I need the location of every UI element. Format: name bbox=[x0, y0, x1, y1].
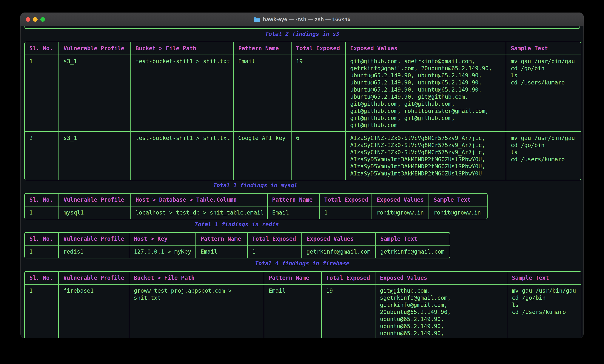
section-title-s3: Total 2 findings in s3 bbox=[24, 30, 580, 38]
column-header: Total Exposed bbox=[247, 233, 302, 246]
s3-findings-section: Total 2 findings in s3 Sl. No. Vulnerabl… bbox=[24, 30, 583, 180]
redis-findings-section: Total 1 findings in redis Sl. No. Vulner… bbox=[24, 221, 583, 258]
column-header: Vulnerable Profile bbox=[58, 272, 129, 285]
column-header: Vulnerable Profile bbox=[58, 233, 129, 246]
mysql-findings-section: Total 1 findings in mysql Sl. No. Vulner… bbox=[24, 182, 583, 219]
mysql-findings-table: Sl. No. Vulnerable Profile Host > Databa… bbox=[24, 193, 488, 219]
column-header: Total Exposed bbox=[321, 272, 375, 285]
column-header: Sl. No. bbox=[25, 272, 58, 285]
close-button[interactable] bbox=[26, 17, 30, 22]
zoom-button[interactable] bbox=[40, 17, 45, 22]
redis-findings-table: Sl. No. Vulnerable Profile Host > Key Pa… bbox=[24, 232, 450, 258]
table-cell: mysql1 bbox=[59, 206, 130, 219]
table-cell: getrkinfo@gmail.com bbox=[302, 246, 375, 258]
table-cell: groww-test-proj.appspot.com > shit.txt bbox=[129, 285, 264, 338]
table-cell: localhost > test_db > shit_table.email bbox=[130, 206, 267, 219]
column-header: Sl. No. bbox=[25, 42, 59, 55]
section-title-firebase: Total 4 findings in firebase bbox=[24, 260, 580, 267]
column-header: Host > Key bbox=[129, 233, 195, 246]
table-cell: Email bbox=[264, 285, 321, 338]
traffic-lights bbox=[26, 13, 45, 26]
table-cell: Email bbox=[233, 55, 291, 131]
column-header: Sl. No. bbox=[25, 233, 58, 246]
table-cell: Email bbox=[267, 206, 319, 219]
table-cell: s3_1 bbox=[59, 55, 130, 131]
table-cell: s3_1 bbox=[59, 131, 130, 180]
column-header: Total Exposed bbox=[291, 42, 345, 55]
column-header: Sample Text bbox=[507, 272, 581, 285]
window-title: hawk-eye — -zsh — zsh — 166×46 bbox=[254, 16, 351, 22]
table-cell: rohit@groww.in bbox=[372, 206, 428, 219]
table-row: 2 s3_1 test-bucket-shit1 > shit.txt Goog… bbox=[25, 131, 581, 180]
table-header-row: Sl. No. Vulnerable Profile Host > Key Pa… bbox=[25, 233, 450, 246]
table-cell: getrkinfo@gmail.com bbox=[375, 246, 450, 258]
table-cell: rohit@groww.in bbox=[428, 206, 487, 219]
table-cell: 1 bbox=[319, 206, 372, 219]
column-header: Pattern Name bbox=[267, 194, 319, 206]
terminal-content: Total 2 findings in s3 Sl. No. Vulnerabl… bbox=[21, 26, 583, 338]
column-header: Pattern Name bbox=[195, 233, 247, 246]
table-cell: git@github.com, sgetrkinfo@gmail.com, ge… bbox=[375, 285, 507, 338]
s3-findings-table: Sl. No. Vulnerable Profile Bucket > File… bbox=[24, 42, 581, 180]
table-cell: 127.0.0.1 > myKey bbox=[129, 246, 195, 258]
terminal-window: hawk-eye — -zsh — zsh — 166×46 Total 2 f… bbox=[21, 13, 583, 338]
table-cell: 1 bbox=[25, 246, 58, 258]
table-cell: 6 bbox=[291, 131, 345, 180]
table-cell: 2 bbox=[25, 131, 59, 180]
table-cell: 19 bbox=[291, 55, 345, 131]
table-cell: Email bbox=[195, 246, 247, 258]
window-titlebar[interactable]: hawk-eye — -zsh — zsh — 166×46 bbox=[21, 13, 583, 26]
table-cell: firebase1 bbox=[58, 285, 129, 338]
table-row: 1 firebase1 groww-test-proj.appspot.com … bbox=[25, 285, 581, 338]
table-cell: mv gau /usr/bin/gau cd /go/bin ls cd /Us… bbox=[506, 131, 581, 180]
table-row: 1 mysql1 localhost > test_db > shit_tabl… bbox=[25, 206, 487, 219]
previous-table-partial-border bbox=[25, 26, 580, 29]
table-cell: 1 bbox=[25, 206, 59, 219]
table-row: 1 s3_1 test-bucket-shit1 > shit.txt Emai… bbox=[25, 55, 581, 131]
column-header: Exposed Values bbox=[345, 42, 506, 55]
table-cell: mv gau /usr/bin/gau cd /go/bin ls cd /Us… bbox=[506, 55, 581, 131]
column-header: Sample Text bbox=[428, 194, 487, 206]
table-cell: 1 bbox=[247, 246, 302, 258]
column-header: Pattern Name bbox=[264, 272, 321, 285]
column-header: Sample Text bbox=[506, 42, 581, 55]
table-cell: redis1 bbox=[58, 246, 129, 258]
table-cell: 1 bbox=[25, 55, 59, 131]
folder-icon bbox=[254, 17, 260, 22]
table-cell: 1 bbox=[25, 285, 58, 338]
column-header: Bucket > File Path bbox=[129, 272, 264, 285]
table-cell: AIzaSyCfNZ-IZx0-SlVcVg8MCr575zv9_Ar7jLc,… bbox=[345, 131, 506, 180]
column-header: Host > Database > Table.Column bbox=[130, 194, 267, 206]
firebase-findings-section: Total 4 findings in firebase Sl. No. Vul… bbox=[24, 260, 583, 338]
column-header: Vulnerable Profile bbox=[59, 194, 130, 206]
table-cell: mv gau /usr/bin/gau cd /go/bin ls cd /Us… bbox=[507, 285, 581, 338]
table-header-row: Sl. No. Vulnerable Profile Bucket > File… bbox=[25, 272, 581, 285]
table-cell: test-bucket-shit1 > shit.txt bbox=[130, 55, 233, 131]
column-header: Total Exposed bbox=[319, 194, 372, 206]
table-cell: git@github.com, sgetrkinfo@gmail.com, ge… bbox=[345, 55, 506, 131]
column-header: Exposed Values bbox=[302, 233, 375, 246]
column-header: Bucket > File Path bbox=[130, 42, 233, 55]
table-cell: Google API key bbox=[233, 131, 291, 180]
minimize-button[interactable] bbox=[33, 17, 38, 22]
table-cell: 19 bbox=[321, 285, 375, 338]
section-title-mysql: Total 1 findings in mysql bbox=[24, 182, 486, 189]
column-header: Sample Text bbox=[375, 233, 450, 246]
section-title-redis: Total 1 findings in redis bbox=[24, 221, 449, 228]
table-header-row: Sl. No. Vulnerable Profile Bucket > File… bbox=[25, 42, 581, 55]
column-header: Sl. No. bbox=[25, 194, 59, 206]
table-header-row: Sl. No. Vulnerable Profile Host > Databa… bbox=[25, 194, 487, 206]
column-header: Exposed Values bbox=[372, 194, 428, 206]
column-header: Exposed Values bbox=[375, 272, 507, 285]
window-title-text: hawk-eye — -zsh — zsh — 166×46 bbox=[263, 16, 351, 22]
table-cell: test-bucket-shit1 > shit.txt bbox=[130, 131, 233, 180]
firebase-findings-table: Sl. No. Vulnerable Profile Bucket > File… bbox=[24, 271, 581, 338]
column-header: Pattern Name bbox=[233, 42, 291, 55]
table-row: 1 redis1 127.0.0.1 > myKey Email 1 getrk… bbox=[25, 246, 450, 258]
column-header: Vulnerable Profile bbox=[59, 42, 130, 55]
